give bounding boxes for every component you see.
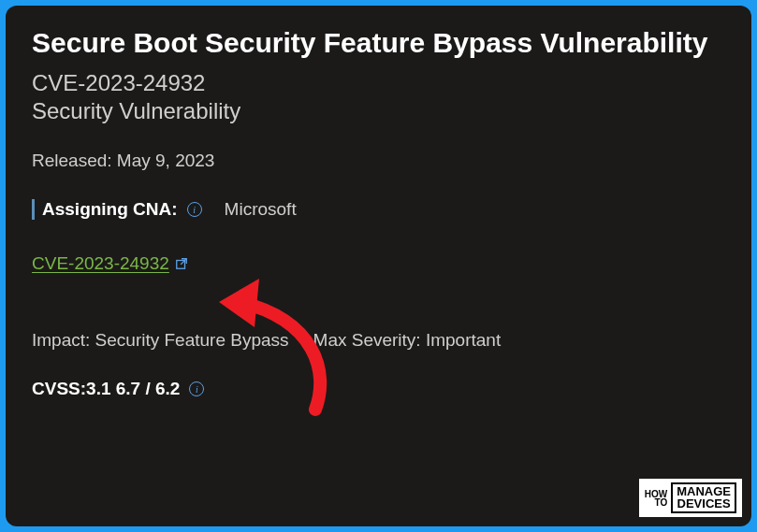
vulnerability-type: Security Vulnerability (32, 98, 725, 124)
page-title: Secure Boot Security Feature Bypass Vuln… (32, 24, 725, 61)
cve-id: CVE-2023-24932 (32, 70, 725, 96)
impact-severity-row: Impact: Security Feature Bypass Max Seve… (32, 330, 725, 351)
external-link-icon (175, 257, 188, 270)
cna-value: Microsoft (225, 199, 297, 220)
impact-label: Impact: Security Feature Bypass (32, 330, 289, 351)
cvss-label: CVSS:3.1 6.7 / 6.2 (32, 379, 180, 399)
severity-label: Max Severity: Important (313, 330, 502, 351)
cve-link-row: CVE-2023-24932 (32, 253, 725, 274)
info-icon[interactable]: i (189, 381, 204, 396)
info-icon[interactable]: i (187, 202, 202, 217)
assigning-cna-row: Assigning CNA: i Microsoft (32, 199, 725, 220)
cve-link[interactable]: CVE-2023-24932 (32, 253, 169, 274)
released-date: Released: May 9, 2023 (32, 151, 725, 171)
cna-label: Assigning CNA: (42, 199, 178, 220)
vulnerability-panel: Secure Boot Security Feature Bypass Vuln… (6, 6, 751, 526)
cvss-row: CVSS:3.1 6.7 / 6.2 i (32, 379, 725, 399)
logo-howto: HOW TO (645, 490, 667, 507)
logo-manage-devices: MANAGE DEVICES (671, 482, 736, 513)
watermark-logo: HOW TO MANAGE DEVICES (639, 479, 742, 517)
